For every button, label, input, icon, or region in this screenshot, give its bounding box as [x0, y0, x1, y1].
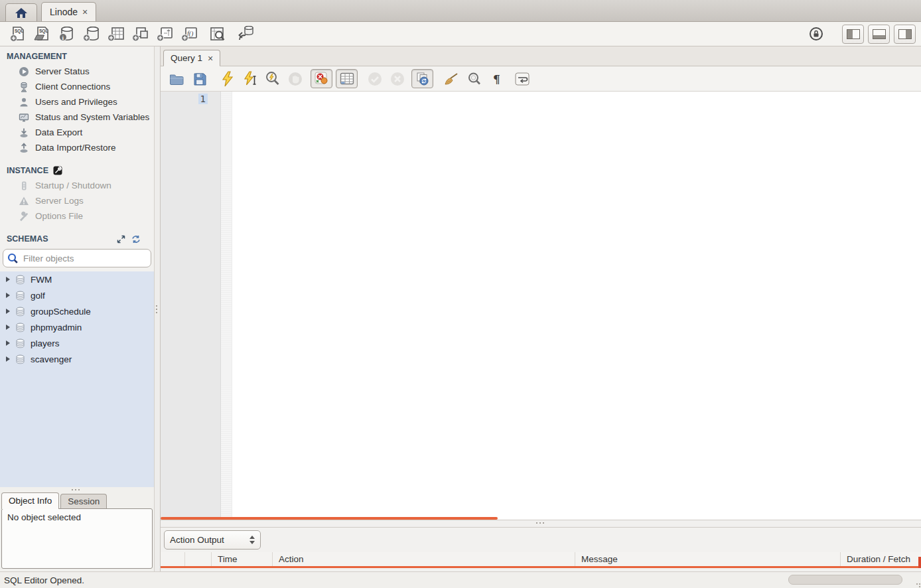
tab-query-1[interactable]: Query 1 ×: [163, 50, 220, 66]
chevron-right-icon[interactable]: [6, 277, 10, 282]
execute-current-button[interactable]: [239, 69, 261, 88]
close-query-tab-icon[interactable]: ×: [208, 54, 213, 63]
sidebar-item-client-connections[interactable]: Client Connections: [0, 79, 154, 94]
connection-tab-linode[interactable]: Linode ×: [41, 2, 96, 21]
sidebar-item-system-variables[interactable]: Status and System Variables: [0, 110, 154, 125]
home-tab[interactable]: [5, 3, 37, 21]
sidebar-item-options-file[interactable]: Options File: [0, 208, 154, 224]
output-splitter[interactable]: [161, 520, 921, 528]
search-data-button[interactable]: [206, 24, 230, 44]
close-tab-icon[interactable]: ×: [82, 7, 88, 17]
chevron-right-icon[interactable]: [6, 293, 10, 298]
tab-session[interactable]: Session: [60, 494, 107, 509]
window-tab-bar: Linode ×: [0, 0, 921, 22]
schema-filter-input[interactable]: [22, 253, 147, 264]
execute-button[interactable]: [216, 69, 238, 88]
window-body: MANAGEMENT Server Status Client Connecti…: [0, 46, 921, 571]
chevron-right-icon[interactable]: [6, 309, 10, 314]
toggle-right-sidebar-button[interactable]: [894, 25, 916, 44]
schema-row-phpmyadmin[interactable]: phpmyadmin: [0, 319, 154, 335]
status-text: SQL Editor Opened.: [4, 575, 84, 585]
new-sql-tab-button[interactable]: SQL: [5, 24, 30, 44]
tab-object-info[interactable]: Object Info: [1, 492, 59, 509]
fold-margin: [221, 92, 232, 520]
splitter-grip[interactable]: [72, 489, 73, 490]
editor-surface[interactable]: [232, 92, 921, 520]
execute-icon: [221, 71, 234, 87]
column-header-message[interactable]: Message: [575, 552, 841, 566]
stop-button[interactable]: [284, 69, 306, 88]
sidebar-item-data-import[interactable]: Data Import/Restore: [0, 140, 154, 155]
sidebar-splitter[interactable]: [154, 46, 161, 571]
schema-tree: FWM golf groupSchedule phpmyadmin: [0, 271, 154, 487]
schema-row-scavenger[interactable]: scavenger: [0, 351, 154, 367]
rollback-button[interactable]: [386, 69, 408, 88]
connection-tab-label: Linode: [50, 7, 78, 17]
resize-grip[interactable]: [916, 583, 918, 585]
show-invisibles-button[interactable]: ¶: [486, 69, 508, 88]
output-header-scroll-indicator: [161, 566, 921, 568]
save-script-button[interactable]: [188, 69, 210, 88]
create-function-button[interactable]: f(): [177, 24, 202, 44]
commit-button[interactable]: [364, 69, 386, 88]
object-info-panel: Object Info Session No object selected: [0, 487, 154, 571]
sidebar-item-startup-shutdown[interactable]: Startup / Shutdown: [0, 178, 154, 193]
schema-row-golf[interactable]: golf: [0, 287, 154, 303]
output-selector-row: Action Output: [161, 528, 921, 552]
find-button[interactable]: [463, 69, 485, 88]
execute-current-icon: [243, 71, 257, 87]
limit-rows-button[interactable]: [336, 69, 358, 88]
toggle-left-sidebar-button[interactable]: [842, 25, 864, 44]
open-file-button[interactable]: [166, 69, 188, 88]
sidebar-item-server-status[interactable]: Server Status: [0, 64, 154, 79]
toggle-bottom-output-button[interactable]: [868, 25, 890, 44]
horizontal-scrollbar-thumb[interactable]: [788, 575, 902, 585]
connection-lock-icon: [805, 24, 827, 44]
sidebar-item-users-privileges[interactable]: Users and Privileges: [0, 94, 154, 110]
inspect-database-button[interactable]: i: [54, 24, 79, 44]
create-view-button[interactable]: [128, 24, 153, 44]
toggle-right-sidebar-icon: [898, 29, 912, 39]
open-sql-script-icon: SQL: [33, 25, 51, 42]
chevron-right-icon[interactable]: [6, 340, 10, 346]
schema-row-players[interactable]: players: [0, 335, 154, 351]
wrap-text-button[interactable]: [511, 69, 533, 88]
open-sql-script-button[interactable]: SQL: [30, 24, 54, 44]
splitter-grip[interactable]: [536, 522, 537, 524]
create-procedure-button[interactable]: [153, 24, 177, 44]
column-header-action[interactable]: Action: [273, 552, 575, 566]
create-table-button[interactable]: [104, 24, 128, 44]
column-header-time[interactable]: Time: [212, 552, 273, 566]
editor-gutter: 1: [161, 92, 221, 520]
schema-row-fwm[interactable]: FWM: [0, 271, 154, 287]
wrap-text-icon: [515, 72, 530, 86]
refresh-icon[interactable]: [131, 235, 141, 244]
column-header-blank[interactable]: [185, 552, 212, 566]
schema-filter: [3, 249, 151, 267]
toggle-stop-on-error-button[interactable]: [311, 69, 332, 88]
beautify-button[interactable]: [441, 69, 462, 88]
reconnect-database-button[interactable]: [233, 24, 257, 44]
output-type-select[interactable]: Action Output: [164, 530, 261, 550]
chevron-right-icon[interactable]: [6, 325, 10, 330]
splitter-grip[interactable]: [156, 305, 157, 307]
create-schema-button[interactable]: [79, 24, 104, 44]
sidebar-item-server-logs[interactable]: Server Logs: [0, 193, 154, 208]
limit-rows-icon: [340, 72, 354, 85]
expand-icon[interactable]: [117, 235, 125, 244]
column-header-duration[interactable]: Duration / Fetch: [841, 552, 921, 566]
commit-icon: [368, 72, 382, 86]
save-icon: [193, 72, 206, 86]
sidebar-item-data-export[interactable]: Data Export: [0, 125, 154, 140]
editor-column: Query 1 ×: [161, 46, 921, 571]
toggle-autocommit-button[interactable]: [411, 69, 433, 88]
management-section-title: MANAGEMENT: [0, 46, 154, 64]
column-header-blank[interactable]: [161, 552, 185, 566]
chevron-right-icon[interactable]: [6, 356, 10, 362]
home-icon: [14, 7, 29, 19]
explain-button[interactable]: [261, 69, 283, 88]
schema-row-groupschedule[interactable]: groupSchedule: [0, 303, 154, 319]
schema-icon: [15, 354, 25, 364]
find-icon: [467, 72, 482, 86]
output-table-header: Time Action Message Duration / Fetch: [161, 552, 921, 566]
